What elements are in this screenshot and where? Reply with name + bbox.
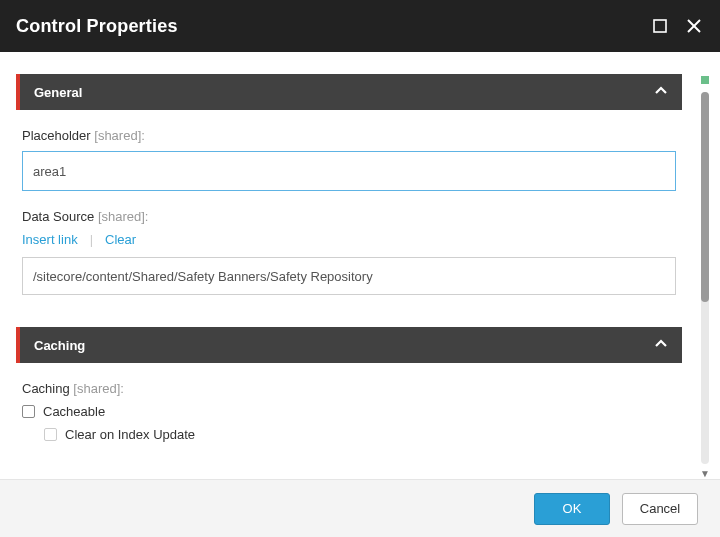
caching-panel-body: Caching [shared]: Cacheable Clear on Ind… <box>16 363 682 459</box>
checkbox-icon <box>22 405 35 418</box>
title-bar: Control Properties <box>0 0 720 52</box>
clear-action[interactable]: Clear <box>105 232 136 247</box>
cancel-button[interactable]: Cancel <box>622 493 698 525</box>
link-separator: | <box>90 232 93 247</box>
checkbox-icon <box>44 428 57 441</box>
close-button[interactable] <box>680 12 708 40</box>
cacheable-label: Cacheable <box>43 404 105 419</box>
scroll-down-icon[interactable]: ▼ <box>699 468 711 479</box>
general-panel: General Placeholder [shared]: Data Sourc… <box>16 74 682 305</box>
caching-panel-header[interactable]: Caching <box>16 327 682 363</box>
caching-panel-title: Caching <box>34 338 85 353</box>
ok-button[interactable]: OK <box>534 493 610 525</box>
content-area: General Placeholder [shared]: Data Sourc… <box>16 74 690 479</box>
scrollbar-thumb[interactable] <box>701 92 709 302</box>
insert-link-action[interactable]: Insert link <box>22 232 78 247</box>
general-panel-body: Placeholder [shared]: Data Source [share… <box>16 110 682 305</box>
maximize-button[interactable] <box>646 12 674 40</box>
general-panel-title: General <box>34 85 82 100</box>
maximize-icon <box>652 18 668 34</box>
cacheable-row[interactable]: Cacheable <box>22 404 676 419</box>
caching-label: Caching [shared]: <box>22 381 676 396</box>
right-sidebar: ▼ <box>690 74 720 479</box>
control-properties-dialog: Control Properties General Placeholder [ <box>0 0 720 537</box>
dialog-footer: OK Cancel <box>0 479 720 537</box>
chevron-up-icon <box>654 337 668 354</box>
caching-panel: Caching Caching [shared]: Cacheable <box>16 327 682 459</box>
placeholder-label: Placeholder [shared]: <box>22 128 676 143</box>
clear-on-index-update-row[interactable]: Clear on Index Update <box>22 427 676 442</box>
datasource-label: Data Source [shared]: <box>22 209 676 224</box>
svg-rect-0 <box>654 20 666 32</box>
close-icon <box>685 17 703 35</box>
chevron-up-icon <box>654 84 668 101</box>
scrollbar-track[interactable] <box>701 92 709 464</box>
clear-on-index-update-label: Clear on Index Update <box>65 427 195 442</box>
dialog-title: Control Properties <box>16 16 640 37</box>
status-indicator <box>701 76 709 84</box>
datasource-input[interactable] <box>22 257 676 295</box>
placeholder-input[interactable] <box>22 151 676 191</box>
general-panel-header[interactable]: General <box>16 74 682 110</box>
